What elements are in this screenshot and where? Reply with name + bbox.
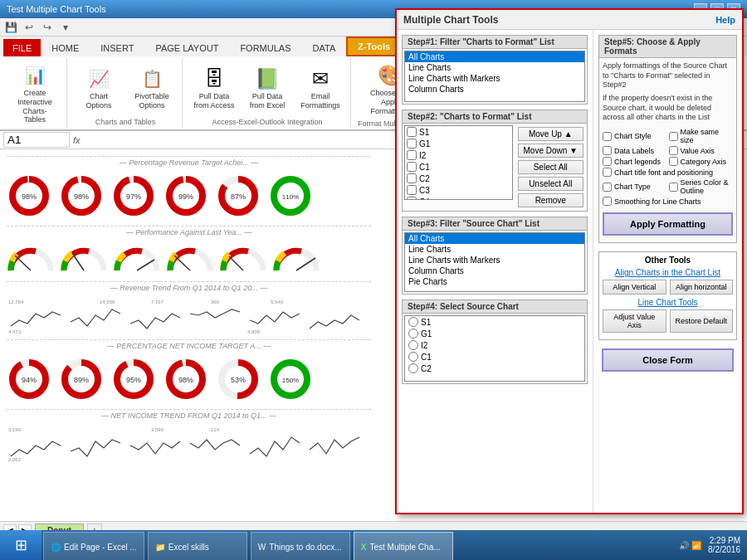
step3-list[interactable]: All Charts Line Charts Line Charts with …: [404, 232, 585, 292]
align-vertical-btn[interactable]: Align Vertical: [603, 280, 666, 295]
taskbar-item-chrome[interactable]: 🌐 Edit Page - Excel ...: [43, 532, 144, 560]
check-category-axis[interactable]: [669, 157, 678, 166]
step2-c4[interactable]: C4: [405, 196, 512, 200]
step4-c2[interactable]: C2: [405, 363, 584, 374]
pull-excel-label: Pull Data from Excel: [247, 92, 288, 110]
check-c2[interactable]: [407, 173, 417, 183]
radio-i2[interactable]: [408, 340, 418, 350]
step1-item-line-markers[interactable]: Line Charts with Markers: [405, 73, 584, 84]
step3-all-charts[interactable]: All Charts: [405, 233, 584, 244]
check-g1[interactable]: [407, 139, 417, 149]
undo-icon[interactable]: ↩: [22, 20, 37, 35]
check-i2[interactable]: [407, 150, 417, 160]
cb-chart-title-font[interactable]: Chart title font and positioning: [603, 168, 733, 177]
check-value-axis[interactable]: [669, 146, 678, 155]
radio-c2[interactable]: [408, 363, 418, 373]
chart-options-btn[interactable]: 📈 Chart Options: [74, 63, 124, 113]
tab-insert[interactable]: INSERT: [90, 39, 144, 56]
pull-data-access-btn[interactable]: 🗄 Pull Data from Access: [189, 63, 239, 113]
pivottable-options-btn[interactable]: 📋 PivotTable Options: [127, 63, 177, 113]
cb-series-color[interactable]: Series Color & Outline: [669, 178, 734, 195]
donut-item-2: 98%: [59, 173, 105, 219]
step4-c1[interactable]: C1: [405, 351, 584, 363]
start-button[interactable]: ⊞: [0, 530, 42, 560]
radio-c1[interactable]: [408, 352, 418, 362]
step3-line-markers[interactable]: Line Charts with Markers: [405, 255, 584, 265]
step2-i2[interactable]: I2: [405, 149, 512, 161]
tab-formulas[interactable]: FORMULAS: [229, 39, 301, 56]
step2-s1[interactable]: S1: [405, 126, 512, 138]
step2-c1[interactable]: C1: [405, 161, 512, 173]
check-smoothing[interactable]: [603, 197, 612, 206]
apply-formatting-btn[interactable]: Apply Formatting: [603, 212, 733, 236]
check-legends[interactable]: [603, 157, 612, 166]
cb-data-labels[interactable]: Data Labels: [603, 146, 667, 155]
tab-file[interactable]: FILE: [3, 39, 41, 56]
step1-item-column-charts[interactable]: Column Charts: [405, 84, 584, 95]
cb-make-same-size[interactable]: Make same size: [669, 128, 734, 144]
step1-list[interactable]: All Charts Line Charts Line Charts with …: [404, 51, 585, 102]
line-chart-tools-link[interactable]: Line Chart Tools: [603, 298, 733, 307]
radio-g1[interactable]: [408, 329, 418, 338]
svg-text:4,908: 4,908: [247, 329, 261, 334]
step3-line-charts[interactable]: Line Charts: [405, 244, 584, 255]
cb-value-axis[interactable]: Value Axis: [669, 146, 734, 155]
step4-s1[interactable]: S1: [405, 316, 584, 328]
cb-chart-style[interactable]: Chart Style: [603, 128, 667, 144]
tab-page-layout[interactable]: PAGE LAYOUT: [144, 39, 229, 56]
cb-chart-type[interactable]: Chart Type: [603, 178, 667, 195]
cb-chart-legends[interactable]: Chart legends: [603, 157, 667, 166]
check-title-font[interactable]: [603, 168, 612, 177]
check-series-color[interactable]: [669, 183, 678, 192]
radio-s1[interactable]: [408, 317, 418, 327]
cb-category-axis[interactable]: Category Axis: [669, 157, 734, 166]
step1-item-line-charts[interactable]: Line Charts: [405, 62, 584, 73]
taskbar-item-folder[interactable]: 📁 Excel skills: [148, 532, 247, 560]
tab-home[interactable]: HOME: [41, 39, 90, 56]
customize-qa-icon[interactable]: ▾: [58, 20, 73, 35]
cb-smoothing[interactable]: Smoothing for Line Charts: [603, 197, 733, 206]
check-data-labels[interactable]: [603, 146, 612, 155]
redo-icon[interactable]: ↪: [40, 20, 55, 35]
unselect-all-btn[interactable]: Unselect All: [518, 177, 583, 191]
step4-list[interactable]: S1 G1 I2 C1 C2: [404, 315, 585, 382]
step3-column-charts[interactable]: Column Charts: [405, 265, 584, 276]
step2-c2[interactable]: C2: [405, 173, 512, 184]
check-same-size[interactable]: [669, 132, 678, 141]
adjust-value-axis-btn[interactable]: Adjust Value Axis: [603, 309, 666, 333]
remove-btn[interactable]: Remove: [518, 193, 583, 207]
check-c1[interactable]: [407, 162, 417, 172]
dialog-body: Step#1: Filter "Charts to Format" List A…: [397, 30, 742, 513]
move-down-btn[interactable]: Move Down ▼: [518, 144, 583, 158]
step2-g1[interactable]: G1: [405, 138, 512, 149]
taskbar-item-excel[interactable]: X Test Multiple Cha...: [354, 532, 453, 560]
check-c4[interactable]: [407, 197, 417, 200]
align-horizontal-btn[interactable]: Align horizontal: [670, 280, 734, 295]
save-icon[interactable]: 💾: [3, 20, 18, 35]
step4-g1[interactable]: G1: [405, 328, 584, 339]
income-line-6: [305, 425, 362, 462]
step1-item-all-charts[interactable]: All Charts: [405, 51, 584, 62]
move-up-btn[interactable]: Move Up ▲: [518, 127, 583, 141]
check-s1[interactable]: [407, 127, 417, 137]
step2-list[interactable]: S1 G1 I2 C1 C2 C3 C4 C5 C6 L1 I4 I5: [404, 125, 513, 200]
tab-z-tools[interactable]: Z-Tools: [346, 37, 402, 56]
check-chart-style[interactable]: [603, 132, 612, 141]
close-form-btn[interactable]: Close Form: [602, 348, 734, 372]
step4-i2[interactable]: I2: [405, 339, 584, 351]
check-chart-type[interactable]: [603, 183, 612, 192]
check-c3[interactable]: [407, 185, 417, 195]
dialog-help-link[interactable]: Help: [715, 15, 735, 25]
pull-data-excel-btn[interactable]: 📗 Pull Data from Excel: [242, 63, 292, 113]
tab-data[interactable]: DATA: [302, 39, 347, 56]
create-interactive-charts-btn[interactable]: 📊 Create Interactive Charts-Tables: [10, 60, 60, 127]
email-btn[interactable]: ✉ Email Formattings: [295, 63, 345, 113]
revenue-section: — Percentage Revenue Target Achei... — 9…: [7, 156, 371, 222]
restore-default-btn[interactable]: Restore Default: [670, 309, 734, 333]
taskbar-item-word[interactable]: W Things to do.docx...: [251, 532, 350, 560]
step3-pie-charts[interactable]: Pie Charts: [405, 276, 584, 287]
select-all-btn[interactable]: Select All: [518, 160, 583, 174]
name-box[interactable]: [3, 132, 70, 148]
step2-c3[interactable]: C3: [405, 184, 512, 196]
align-charts-link[interactable]: Align Charts in the Chart List: [603, 268, 733, 277]
